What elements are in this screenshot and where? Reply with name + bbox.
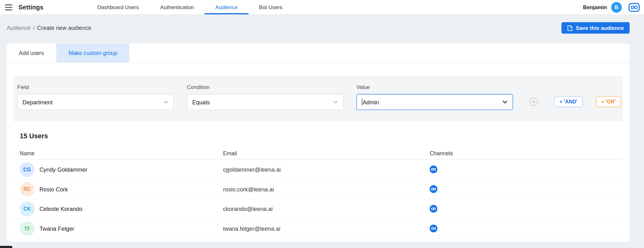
- filter-section: Field Department Condition Equals: [13, 76, 623, 122]
- user-email: twana.felger@leena.ai: [223, 225, 430, 232]
- breadcrumb-current: Create new audience: [37, 25, 92, 31]
- chevron-down-icon: [164, 100, 169, 103]
- add-or-button[interactable]: + 'OR': [596, 96, 621, 107]
- leena-channel-icon[interactable]: [430, 185, 437, 193]
- user-email: rosio.cork@leena.ai: [223, 186, 430, 192]
- user-email: ckorando@leena.ai: [223, 206, 430, 212]
- value-group: Value Admin: [357, 84, 513, 110]
- chevron-down-icon: [333, 100, 338, 103]
- field-group: Field Department: [17, 84, 174, 110]
- field-select[interactable]: Department: [17, 94, 174, 110]
- minus-icon: [532, 102, 536, 102]
- document-icon: [567, 25, 573, 31]
- audience-card: Add users Make custom group Field Depart…: [7, 43, 630, 242]
- field-label: Field: [17, 84, 174, 91]
- user-name: Twana Felger: [39, 225, 74, 232]
- breadcrumb-separator: /: [33, 25, 35, 31]
- value-select[interactable]: Admin: [357, 94, 513, 110]
- save-button-label: Save this audience: [576, 25, 624, 31]
- user-name: Celeste Korando: [39, 206, 82, 212]
- column-header-email: Email: [223, 150, 430, 157]
- column-header-name: Name: [20, 150, 223, 157]
- avatar: CG: [20, 162, 35, 177]
- tab-bot-users[interactable]: Bot Users: [248, 0, 293, 14]
- settings-page: Settings Dashboard Users Authentication …: [0, 0, 644, 248]
- value-label: Value: [357, 84, 513, 91]
- table-row[interactable]: TF Twana Felger twana.felger@leena.ai: [13, 219, 623, 239]
- user-email: cgoldammer@leena.ai: [223, 166, 430, 173]
- chevron-down-icon: [502, 100, 508, 104]
- leena-channel-icon[interactable]: [430, 165, 437, 173]
- table-header-row: Name Email Channels: [13, 147, 623, 160]
- avatar: RC: [20, 182, 35, 196]
- avatar[interactable]: B: [611, 2, 622, 13]
- breadcrumb-bar: Audience / Create new audience Save this…: [0, 15, 644, 41]
- tab-audience[interactable]: Audience: [205, 0, 248, 14]
- table-row[interactable]: CK Celeste Korando ckorando@leena.ai: [13, 199, 623, 219]
- page-title: Settings: [19, 0, 43, 14]
- user-name: Cyndy Goldammer: [39, 166, 87, 173]
- leena-channel-icon[interactable]: [430, 205, 437, 213]
- bottom-edge-element: [0, 246, 12, 248]
- column-header-channels: Channels: [430, 150, 623, 157]
- table-row[interactable]: CG Cyndy Goldammer cgoldammer@leena.ai: [13, 160, 623, 179]
- condition-label: Condition: [187, 84, 343, 91]
- breadcrumb-audience[interactable]: Audience: [7, 25, 31, 31]
- top-nav: Dashboard Users Authentication Audience …: [86, 0, 293, 14]
- text-caret: [362, 98, 362, 105]
- hamburger-menu-icon[interactable]: [5, 0, 13, 14]
- table-row[interactable]: RC Rosio Cork rosio.cork@leena.ai: [13, 179, 623, 199]
- user-name: Benjamin: [583, 4, 607, 10]
- condition-group: Condition Equals: [187, 84, 343, 110]
- leena-logo-icon: [628, 3, 640, 12]
- breadcrumb: Audience / Create new audience: [7, 25, 92, 31]
- add-and-button[interactable]: + 'AND': [554, 96, 583, 107]
- tab-dashboard-users[interactable]: Dashboard Users: [86, 0, 149, 14]
- main-content: Add users Make custom group Field Depart…: [0, 41, 644, 242]
- users-count: 15 Users: [13, 132, 623, 140]
- header-right: Benjamin B: [583, 0, 644, 14]
- condition-select-value: Equals: [192, 99, 210, 105]
- tab-authentication[interactable]: Authentication: [149, 0, 205, 14]
- user-name: Rosio Cork: [39, 186, 68, 192]
- remove-condition-button[interactable]: [530, 98, 538, 106]
- save-audience-button[interactable]: Save this audience: [561, 22, 630, 34]
- users-table: Name Email Channels CG Cyndy Goldammer c…: [13, 147, 623, 239]
- field-select-value: Department: [23, 99, 53, 105]
- tab-add-users[interactable]: Add users: [7, 43, 56, 62]
- tab-make-custom-group[interactable]: Make custom group: [56, 43, 130, 62]
- avatar: CK: [20, 201, 35, 216]
- top-bar: Settings Dashboard Users Authentication …: [0, 0, 644, 15]
- avatar: TF: [20, 221, 35, 236]
- condition-select[interactable]: Equals: [187, 94, 343, 110]
- card-tabs: Add users Make custom group: [7, 43, 630, 63]
- leena-channel-icon[interactable]: [430, 224, 437, 232]
- value-select-value: Admin: [363, 99, 379, 105]
